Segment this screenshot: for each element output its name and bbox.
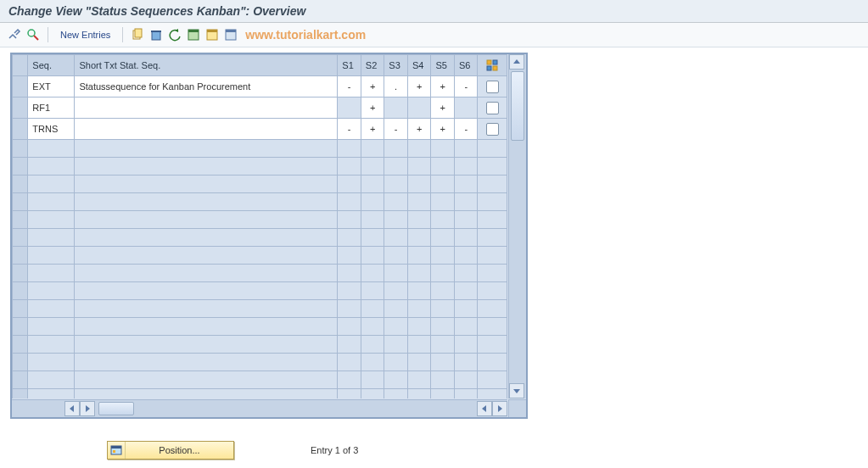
cell-s3[interactable] — [384, 98, 408, 119]
row-selector[interactable] — [13, 140, 28, 158]
vertical-scroll-track[interactable] — [509, 70, 526, 383]
column-header-seq[interactable]: Seq. — [28, 55, 75, 76]
cell-desc[interactable]: Statussequence for Kanban Procurement — [75, 76, 338, 98]
row-selector[interactable] — [13, 336, 28, 354]
scroll-right-button[interactable] — [80, 401, 95, 416]
cell-desc[interactable] — [75, 119, 338, 140]
cell-seq[interactable]: RF1 — [28, 98, 75, 119]
vertical-scrollbar[interactable] — [508, 54, 526, 398]
find-icon[interactable] — [25, 27, 41, 42]
row-selector[interactable] — [13, 98, 28, 119]
cell-empty — [28, 265, 75, 282]
scroll-left-end-button[interactable] — [477, 401, 492, 416]
act-checkbox[interactable] — [486, 102, 499, 114]
table-row[interactable]: RF1++ — [13, 98, 507, 119]
toolbar-divider — [122, 27, 123, 42]
cell-empty — [454, 176, 478, 193]
position-button[interactable]: Position... — [107, 441, 234, 460]
cell-s1[interactable] — [338, 98, 361, 119]
cell-s5[interactable]: + — [431, 76, 455, 98]
scroll-right-end-button[interactable] — [492, 401, 507, 416]
column-header-s6[interactable]: S6 — [454, 55, 478, 76]
cell-empty — [478, 193, 507, 211]
act-checkbox[interactable] — [486, 123, 499, 136]
table-row[interactable]: EXTStatussequence for Kanban Procurement… — [13, 76, 507, 98]
row-selector[interactable] — [13, 300, 28, 318]
copy-as-icon[interactable] — [130, 27, 145, 42]
row-selector[interactable] — [13, 211, 28, 229]
table-row-empty — [13, 211, 507, 229]
horizontal-scrollbar[interactable] — [12, 399, 507, 417]
vertical-scroll-thumb[interactable] — [511, 71, 524, 141]
cell-empty — [28, 371, 75, 389]
cell-act[interactable] — [478, 76, 507, 98]
select-block-icon[interactable] — [204, 27, 220, 42]
row-selector[interactable] — [13, 282, 28, 300]
cell-s4[interactable]: + — [407, 119, 431, 140]
scroll-left-button[interactable] — [64, 401, 80, 416]
row-selector[interactable] — [13, 354, 28, 371]
cell-empty — [75, 282, 338, 300]
cell-s6[interactable]: - — [454, 119, 478, 140]
cell-empty — [28, 318, 75, 336]
cell-seq[interactable]: TRNS — [28, 119, 75, 140]
cell-s4[interactable]: + — [407, 76, 431, 98]
horizontal-scroll-track[interactable] — [95, 400, 477, 417]
cell-empty — [338, 318, 361, 336]
cell-s2[interactable]: + — [361, 76, 384, 98]
scroll-up-button[interactable] — [509, 54, 524, 70]
cell-empty — [384, 300, 408, 318]
cell-s1[interactable]: - — [338, 76, 361, 98]
cell-act[interactable] — [478, 98, 507, 119]
cell-empty — [454, 389, 478, 399]
row-selector[interactable] — [13, 119, 28, 140]
row-selector[interactable] — [13, 158, 28, 176]
row-selector[interactable] — [13, 371, 28, 389]
toggle-display-change-icon[interactable] — [7, 27, 22, 42]
new-entries-button[interactable]: New Entries — [55, 30, 115, 40]
cell-s6[interactable]: - — [454, 76, 478, 98]
scroll-down-button[interactable] — [509, 383, 524, 398]
row-selector[interactable] — [13, 247, 28, 265]
row-selector[interactable] — [13, 389, 28, 399]
cell-act[interactable] — [478, 119, 507, 140]
cell-s1[interactable]: - — [338, 119, 361, 140]
deselect-all-icon[interactable] — [223, 27, 238, 42]
window-title-bar: Change View "Status Sequences Kanban": O… — [0, 0, 868, 23]
cell-s5[interactable]: + — [431, 119, 455, 140]
column-header-s2[interactable]: S2 — [361, 55, 384, 76]
cell-s6[interactable] — [454, 98, 478, 119]
svg-line-1 — [34, 36, 38, 40]
act-checkbox[interactable] — [486, 81, 499, 93]
cell-seq[interactable]: EXT — [28, 76, 75, 98]
cell-empty — [361, 229, 384, 247]
undo-change-icon[interactable] — [167, 27, 182, 42]
row-selector[interactable] — [13, 76, 28, 98]
column-header-row-selector[interactable] — [13, 55, 28, 76]
cell-s5[interactable]: + — [431, 98, 455, 119]
horizontal-scroll-thumb[interactable] — [98, 402, 134, 415]
cell-desc[interactable] — [75, 98, 338, 119]
table-row[interactable]: TRNS-+-++- — [13, 119, 507, 140]
column-header-s1[interactable]: S1 — [338, 55, 361, 76]
row-selector[interactable] — [13, 193, 28, 211]
row-selector[interactable] — [13, 265, 28, 282]
cell-s2[interactable]: + — [361, 119, 384, 140]
cell-s3[interactable]: . — [384, 76, 408, 98]
delete-icon[interactable] — [148, 27, 164, 42]
column-header-desc[interactable]: Short Txt Stat. Seq. — [75, 55, 338, 76]
column-header-s5[interactable]: S5 — [431, 55, 455, 76]
table-row-empty — [13, 282, 507, 300]
cell-empty — [478, 282, 507, 300]
column-header-s4[interactable]: S4 — [407, 55, 431, 76]
row-selector[interactable] — [13, 229, 28, 247]
svg-rect-7 — [188, 30, 199, 32]
select-all-icon[interactable] — [186, 27, 201, 42]
column-header-act[interactable] — [478, 55, 507, 76]
cell-s2[interactable]: + — [361, 98, 384, 119]
row-selector[interactable] — [13, 318, 28, 336]
cell-s4[interactable] — [407, 98, 431, 119]
cell-s3[interactable]: - — [384, 119, 408, 140]
column-header-s3[interactable]: S3 — [384, 55, 408, 76]
row-selector[interactable] — [13, 176, 28, 193]
